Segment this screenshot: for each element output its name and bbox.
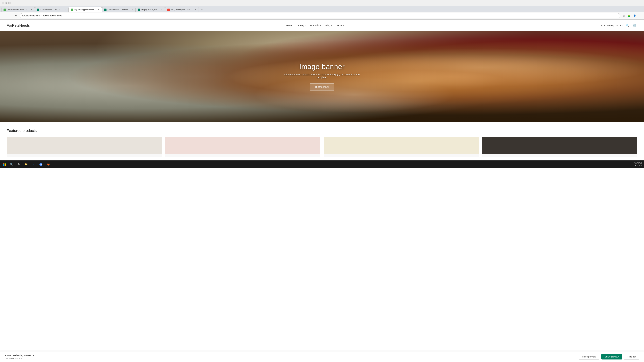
products-row [7, 137, 637, 157]
nav-contact-label: Contact [336, 24, 344, 27]
nav-blog[interactable]: Blog ▾ [326, 24, 332, 27]
chrome-icon [39, 163, 42, 166]
firefox-icon: 🦊 [46, 163, 50, 166]
hero-subtitle: Give customers details about the banner … [282, 73, 362, 79]
maximize-button[interactable]: □ [5, 2, 8, 4]
site-nav: Home Catalog ▾ Promotions Blog ▾ Contact [286, 24, 344, 27]
browser-chrome: ─ □ ✕ ForPetsNeeds - Files - Shopify ✕ F… [0, 0, 644, 19]
clock-time: 2:32 PM [634, 162, 642, 164]
svg-point-6 [40, 164, 42, 165]
featured-title: Featured products [7, 129, 637, 133]
svg-rect-0 [3, 163, 4, 164]
locale-selector[interactable]: United States | USD $ ▾ [600, 24, 622, 27]
hero-banner: Image banner Give customers details abou… [0, 31, 644, 122]
product-thumb-3 [324, 137, 479, 154]
tab-close-2[interactable]: ✕ [64, 8, 66, 11]
nav-catalog[interactable]: Catalog ▾ [296, 24, 306, 27]
header-right: United States | USD $ ▾ 🔍 🛒 [600, 23, 637, 28]
nav-home-label: Home [286, 24, 292, 27]
blog-chevron-icon: ▾ [331, 24, 332, 26]
tab-favicon-5 [138, 8, 140, 11]
address-bar[interactable]: forpetsneeds.com/?_ab=0&_fd=0&_sc=1 [20, 13, 620, 18]
product-card-3[interactable] [324, 137, 479, 157]
bookmark-icon[interactable]: ☆ [622, 13, 626, 18]
tab-label-2: ForPetsNeeds - Edit – Dawn 15 [40, 9, 63, 11]
forward-button[interactable]: → [8, 13, 12, 18]
product-thumb-4 [482, 137, 637, 154]
taskbar-taskview[interactable]: ⧉ [16, 161, 22, 167]
locale-label: United States | USD $ [600, 24, 621, 27]
browser-tab-1[interactable]: ForPetsNeeds - Files - Shopify ✕ [1, 7, 35, 12]
catalog-chevron-icon: ▾ [305, 24, 306, 26]
product-thumb-2 [165, 137, 320, 154]
nav-promotions[interactable]: Promotions [310, 24, 322, 27]
taskbar-fileexplorer[interactable]: 📁 [23, 161, 30, 167]
profile-icon[interactable]: 👤 [632, 13, 637, 18]
svg-rect-2 [3, 164, 4, 166]
tab-label-6: (854) Webmyster - YouTube [171, 9, 193, 11]
extensions-icon[interactable]: 🧩 [627, 13, 632, 18]
tab-favicon-2 [37, 8, 40, 11]
settings-icon[interactable]: ⋮ [638, 13, 642, 18]
close-button[interactable]: ✕ [8, 2, 11, 4]
taskbar-firefox[interactable]: 🦊 [45, 161, 52, 167]
edge-icon: e [32, 163, 35, 166]
hero-button[interactable]: Button label [310, 83, 334, 90]
window-controls: ─ □ ✕ [2, 2, 11, 4]
browser-titlebar: ─ □ ✕ [0, 0, 644, 6]
svg-rect-3 [4, 164, 6, 166]
nav-blog-label: Blog [326, 24, 330, 27]
tab-close-6[interactable]: ✕ [194, 8, 196, 11]
tab-label-4: ForPetsNeeds - Customize Daw... [108, 9, 130, 11]
tab-close-1[interactable]: ✕ [30, 8, 33, 11]
minimize-button[interactable]: ─ [2, 2, 4, 4]
tab-close-5[interactable]: ✕ [161, 8, 163, 11]
windows-icon [3, 163, 6, 166]
site-logo[interactable]: ForPetsNeeds [7, 23, 30, 28]
browser-tab-2[interactable]: ForPetsNeeds - Edit – Dawn 15 ✕ [35, 7, 68, 12]
product-card-2[interactable] [165, 137, 320, 157]
featured-section: Featured products [0, 122, 644, 160]
taskview-icon: ⧉ [17, 163, 20, 166]
product-card-1[interactable] [7, 137, 162, 157]
reload-button[interactable]: ↺ [14, 13, 18, 18]
start-button[interactable] [1, 161, 8, 167]
tab-favicon-1 [4, 8, 6, 11]
browser-tab-3[interactable]: Buy Pet Supplies for Your Cats... ✕ [68, 7, 102, 12]
hero-content: Image banner Give customers details abou… [282, 63, 362, 90]
svg-rect-1 [4, 163, 6, 164]
product-card-4[interactable] [482, 137, 637, 157]
browser-tab-6[interactable]: (854) Webmyster - YouTube ✕ [165, 7, 199, 12]
address-text: forpetsneeds.com/?_ab=0&_fd=0&_sc=1 [22, 14, 62, 17]
fileexplorer-icon: 📁 [24, 163, 28, 166]
omnibar-row: ← → ↺ forpetsneeds.com/?_ab=0&_fd=0&_sc=… [0, 12, 644, 19]
tab-close-4[interactable]: ✕ [131, 8, 133, 11]
taskbar-edge[interactable]: e [30, 161, 37, 167]
nav-home[interactable]: Home [286, 24, 292, 27]
browser-tab-5[interactable]: Shopify Webmyster -... ✕ [136, 7, 165, 12]
tab-label-3: Buy Pet Supplies for Your Cats... [74, 9, 96, 11]
cart-icon[interactable]: 🛒 [632, 23, 637, 28]
search-taskbar-icon: 🔍 [10, 163, 13, 166]
search-icon[interactable]: 🔍 [625, 23, 630, 28]
browser-tab-4[interactable]: ForPetsNeeds - Customize Daw... ✕ [102, 7, 136, 12]
tab-label-1: ForPetsNeeds - Files - Shopify [7, 9, 29, 11]
omnibar-icons: ☆ 🧩 👤 ⋮ [622, 13, 642, 18]
tab-favicon-4 [104, 8, 106, 11]
tab-favicon-6 [167, 8, 170, 11]
tabs-bar: ForPetsNeeds - Files - Shopify ✕ ForPets… [0, 6, 644, 12]
taskbar-chrome[interactable] [38, 161, 44, 167]
taskbar: 🔍 ⧉ 📁 e 🦊 2:32 PM 7/10/2024 [0, 160, 644, 168]
taskbar-clock: 2:32 PM 7/10/2024 [634, 162, 643, 166]
nav-contact[interactable]: Contact [336, 24, 344, 27]
nav-promotions-label: Promotions [310, 24, 322, 27]
new-tab-button[interactable]: + [200, 7, 204, 12]
nav-catalog-label: Catalog [296, 24, 304, 27]
taskbar-search[interactable]: 🔍 [8, 161, 15, 167]
tab-close-3[interactable]: ✕ [98, 8, 100, 11]
back-button[interactable]: ← [2, 13, 6, 18]
hero-title: Image banner [282, 63, 362, 71]
locale-chevron-icon: ▾ [622, 24, 622, 26]
product-thumb-1 [7, 137, 162, 154]
site-header: ForPetsNeeds Home Catalog ▾ Promotions B… [0, 19, 644, 31]
